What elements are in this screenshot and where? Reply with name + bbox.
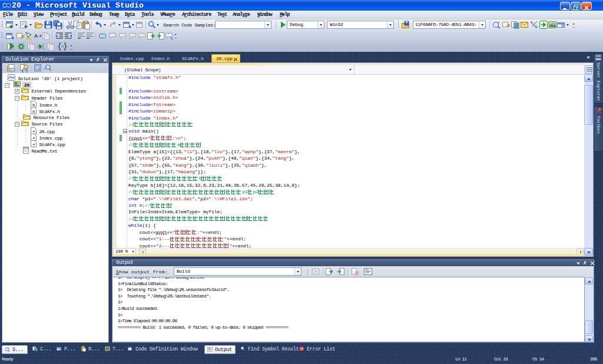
svg-text:h: h — [32, 102, 35, 107]
svg-text:h: h — [32, 110, 35, 114]
svg-text:+: + — [32, 143, 35, 147]
svg-text:+: + — [32, 129, 35, 133]
svg-text:+: + — [32, 135, 35, 140]
svg-text:A: A — [34, 33, 38, 39]
